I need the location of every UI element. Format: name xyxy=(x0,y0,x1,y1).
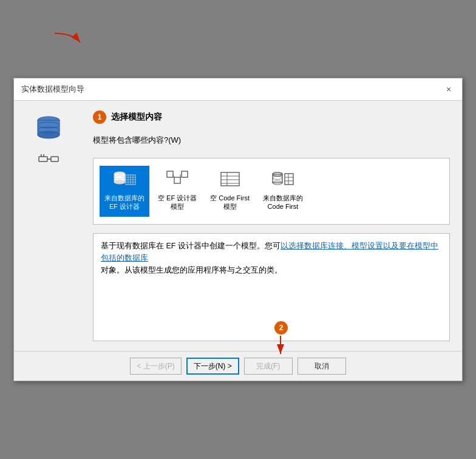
option-code-first-db-label: 来自数据库的Code First xyxy=(263,194,303,211)
code-first-db-icon xyxy=(271,169,295,191)
option-empty-code-first-label: 空 Code First模型 xyxy=(210,194,250,211)
option-empty-ef-label: 空 EF 设计器模型 xyxy=(158,194,197,211)
svg-point-35 xyxy=(273,177,282,180)
step-badge-1: 1 xyxy=(93,110,106,124)
empty-ef-icon xyxy=(165,169,189,191)
svg-rect-22 xyxy=(167,171,173,177)
entity-data-model-wizard: 实体数据模型向导 × xyxy=(13,78,463,381)
dialog-title: 实体数据模型向导 xyxy=(21,84,84,95)
step-header: 1 选择模型内容 xyxy=(93,110,450,124)
annotation-2-container: 2 xyxy=(268,321,293,358)
connector-icon xyxy=(38,151,59,168)
dialog-body: 1 选择模型内容 模型将包含哪些内容?(W) xyxy=(14,101,462,351)
step-title: 选择模型内容 xyxy=(111,112,162,123)
close-button[interactable]: × xyxy=(443,83,455,95)
annotation-arrow-2 xyxy=(268,335,293,356)
next-button[interactable]: 下一步(N) > xyxy=(186,358,239,375)
database-icon xyxy=(33,113,64,144)
cancel-button[interactable]: 取消 xyxy=(298,358,346,375)
option-code-first-db[interactable]: 来自数据库的Code First xyxy=(258,166,308,217)
option-empty-code-first[interactable]: 空 Code First模型 xyxy=(205,166,254,217)
prev-button[interactable]: < 上一步(P) xyxy=(130,358,181,375)
annotation-arrow-1 xyxy=(49,30,85,49)
option-ef-designer-db-label: 来自数据库的EF 设计器 xyxy=(104,194,144,211)
svg-rect-5 xyxy=(39,157,47,162)
description-text-before: 基于现有数据库在 EF 设计器中创建一个模型。您可 xyxy=(101,242,280,250)
description-text-after: 对象。从该模型生成您的应用程序将与之交互的类。 xyxy=(101,266,282,274)
option-empty-ef[interactable]: 空 EF 设计器模型 xyxy=(153,166,202,217)
title-bar: 实体数据模型向导 × xyxy=(14,78,462,101)
dialog-footer: 2 < 上一步(P) 下一步(N) > 完成(F) 取消 xyxy=(14,351,462,381)
svg-point-13 xyxy=(114,180,125,184)
model-selection-box: 来自数据库的EF 设计器 空 EF 设计器模型 xyxy=(93,158,450,225)
svg-rect-27 xyxy=(221,172,239,186)
empty-code-first-icon xyxy=(218,169,242,191)
svg-rect-7 xyxy=(51,157,58,162)
finish-button[interactable]: 完成(F) xyxy=(244,358,293,375)
ef-designer-db-icon xyxy=(112,169,137,191)
option-ef-designer-db[interactable]: 来自数据库的EF 设计器 xyxy=(100,166,149,217)
right-panel: 1 选择模型内容 模型将包含哪些内容?(W) xyxy=(81,101,462,351)
svg-rect-24 xyxy=(182,171,188,177)
section-question: 模型将包含哪些内容?(W) xyxy=(93,135,450,146)
svg-rect-36 xyxy=(285,174,293,185)
left-panel xyxy=(14,101,81,351)
step-badge-2: 2 xyxy=(274,321,288,335)
svg-rect-23 xyxy=(174,177,180,183)
